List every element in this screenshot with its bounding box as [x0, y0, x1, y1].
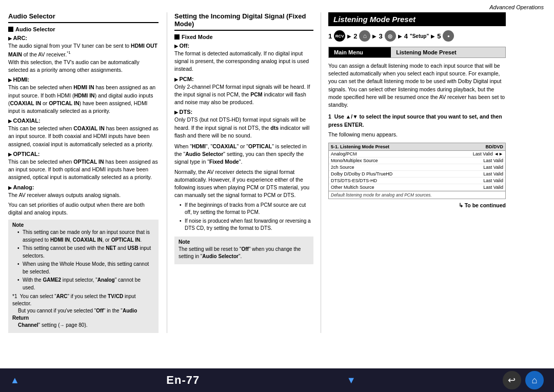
main-content: Audio Selector Audio Selector ARC: The a… — [0, 12, 554, 333]
row-other: Other Multich Source — [331, 185, 446, 190]
table-row: Other Multich Source Last Valid — [329, 184, 505, 191]
steps-row: 1 RCV ▶ 2 ⌂ ▶ 3 ◎ ▶ 4 "Setup" ▶ 5 ● — [328, 30, 506, 42]
table-row: Mono/Multiplex Source Last Valid — [329, 158, 505, 164]
advanced-operations-header: Advanced Operations — [0, 0, 554, 12]
row-other-val: Last Valid — [446, 185, 503, 190]
note-item-1: This setting can be made only for an inp… — [17, 229, 154, 244]
page-container: Advanced Operations Audio Selector Audio… — [0, 0, 554, 392]
back-button[interactable]: ↩ — [503, 371, 521, 389]
table-header: 5-1. Listening Mode Preset BD/DVD — [329, 143, 505, 151]
footnote: *1 You can select "ARC" if you select th… — [12, 293, 154, 329]
listening-mode-title: Listening Mode Preset — [333, 15, 416, 24]
analog-text: The AV receiver always outputs analog si… — [8, 191, 159, 199]
row-analog-pcm-val: Last Valid ◄► — [446, 151, 503, 156]
table-row: DTS/DTS-ES/DTS-HD Last Valid — [329, 178, 505, 184]
row-mono: Mono/Multiplex Source — [331, 158, 446, 163]
footer-icons: ↩ ⌂ — [503, 371, 544, 389]
table-row: Analog/PCM Last Valid ◄► — [329, 151, 505, 158]
mid-note-title: Note — [179, 239, 309, 245]
fixed-mode-label: Fixed Mode — [182, 34, 213, 40]
home-icon: ⌂ — [532, 375, 538, 386]
table-row: 2ch Source Last Valid — [329, 164, 505, 171]
table-row: Dolby D/Dolby D Plus/TrueHD Last Valid — [329, 171, 505, 178]
row-2ch-val: Last Valid — [446, 165, 503, 170]
page-footer: ▲ En-77 ▼ ↩ ⌂ — [0, 368, 554, 392]
dts-text: Only DTS (but not DTS-HD) format input s… — [174, 116, 313, 140]
arc-text: The audio signal from your TV tuner can … — [8, 42, 159, 74]
mid-column: Setting the Incoming Digital Signal (Fix… — [167, 12, 321, 333]
note-item-2: This setting cannot be used with the NET… — [17, 245, 154, 260]
row-dts-val: Last Valid — [446, 178, 503, 183]
back-icon: ↩ — [508, 375, 516, 386]
main-menu-label: Main Menu — [329, 47, 391, 57]
coaxial-text: This can be selected when COAXIAL IN has… — [8, 125, 159, 148]
step-1-num: 1 — [328, 32, 332, 40]
extra-text: You can set priorities of audio output w… — [8, 201, 159, 217]
step-arrow-4: ▶ — [431, 33, 435, 39]
listening-mode-preset-header: Listening Mode Preset — [328, 12, 506, 26]
audio-selector-subsection: Audio Selector — [8, 26, 159, 32]
mid-bullet-2: If noise is produced when fast forwardin… — [180, 218, 313, 232]
footer-nav-down[interactable]: ▼ — [347, 375, 356, 386]
row-dolby: Dolby D/Dolby D Plus/TrueHD — [331, 171, 446, 177]
home-icon: ⌂ — [359, 30, 370, 42]
mid-bullet-1: If the beginnings of tracks from a PCM s… — [180, 202, 313, 217]
step-2-num: 2 — [353, 32, 357, 40]
coaxial-item-title: COAXIAL: — [8, 117, 159, 124]
circle-icon: ● — [443, 30, 454, 42]
fixed-mode-section-title: Setting the Incoming Digital Signal (Fix… — [174, 12, 313, 31]
pcm-text: Only 2-channel PCM format input signals … — [174, 83, 313, 107]
footer-nav-up[interactable]: ▲ — [10, 375, 19, 386]
mid-note-box: Note The setting will be reset to "Off" … — [174, 237, 313, 264]
step-arrow-2: ▶ — [372, 33, 377, 39]
step-5-num: 5 — [437, 32, 441, 40]
step1-instruction: 1 Use ▲/▼ to select the input source tha… — [328, 113, 506, 128]
fixed-mode-subsection: Fixed Mode — [174, 34, 313, 40]
arc-item-title: ARC: — [8, 35, 159, 41]
audio-selector-title: Audio Selector — [8, 12, 159, 23]
note-item-4: With the GAME2 input selector, "Analog" … — [17, 277, 154, 291]
mid-note-text: The setting will be reset to "Off" when … — [179, 246, 309, 260]
note-item-3: When using the Whole House Mode, this se… — [17, 261, 154, 276]
page-number: En-77 — [166, 374, 200, 387]
row-dolby-val: Last Valid — [446, 171, 503, 177]
row-dts: DTS/DTS-ES/DTS-HD — [331, 178, 446, 183]
audio-selector-label: Audio Selector — [15, 26, 55, 32]
setup-label: "Setup" — [410, 33, 429, 39]
black-square-icon — [8, 27, 13, 32]
left-column: Audio Selector Audio Selector ARC: The a… — [8, 12, 167, 333]
listening-mode-preset-label: Listening Mode Preset — [391, 47, 505, 57]
analog-item-title: Analog: — [8, 184, 159, 190]
left-note-title: Note — [12, 222, 154, 228]
dial-icon: ◎ — [385, 30, 396, 42]
right-column: Listening Mode Preset 1 RCV ▶ 2 ⌂ ▶ 3 ◎ … — [321, 12, 506, 333]
to-be-continued: ↳ To be continued — [328, 202, 506, 208]
mid-para2: Normally, the AV receiver detects the si… — [174, 168, 313, 200]
table-footer: Default listening mode for analog and PC… — [329, 191, 505, 199]
step-arrow-1: ▶ — [347, 33, 351, 39]
pcm-item-title: PCM: — [174, 76, 313, 82]
receive-icon: RCV — [334, 30, 345, 42]
mid-para1: When "HDMI", "COAXIAL" or "OPTICAL" is s… — [174, 143, 313, 166]
header-title: Advanced Operations — [489, 4, 544, 10]
dts-item-title: DTS: — [174, 109, 313, 115]
step-4-num: 4 — [404, 32, 408, 40]
listening-mode-description: You can assign a default listening mode … — [328, 62, 506, 109]
listening-mode-table: 5-1. Listening Mode Preset BD/DVD Analog… — [328, 143, 506, 199]
step-3-num: 3 — [379, 32, 382, 40]
off-item-title: Off: — [174, 43, 313, 49]
row-mono-val: Last Valid — [446, 158, 503, 163]
main-menu-bar: Main Menu Listening Mode Preset — [328, 47, 506, 58]
row-analog-pcm: Analog/PCM — [331, 151, 446, 156]
home-button[interactable]: ⌂ — [525, 371, 544, 389]
off-text: The format is detected automatically. If… — [174, 50, 313, 73]
mid-bullets: If the beginnings of tracks from a PCM s… — [174, 202, 313, 232]
left-note-list: This setting can be made only for an inp… — [12, 229, 154, 291]
following-menu-text: The following menu appears. — [328, 131, 506, 139]
table-header-right: BD/DVD — [485, 144, 503, 149]
left-note-box: Note This setting can be made only for a… — [8, 220, 159, 333]
hdmi-text: This can be selected when HDMI IN has be… — [8, 84, 159, 115]
hdmi-item-title: HDMI: — [8, 76, 159, 83]
optical-text: This can be selected when OPTICAL IN has… — [8, 158, 159, 182]
table-header-left: 5-1. Listening Mode Preset — [331, 144, 389, 149]
